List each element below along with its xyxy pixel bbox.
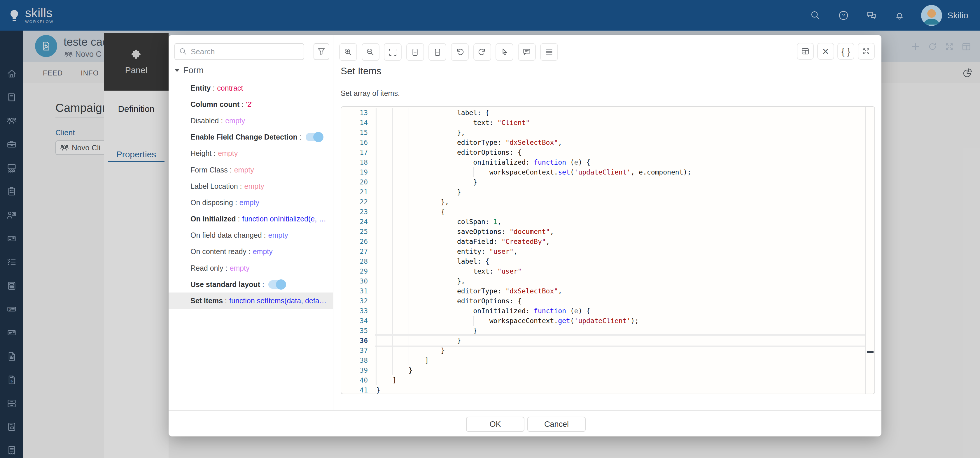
code-line-26[interactable]: 26dataField: "CreatedBy", [341,236,865,246]
property-row-height[interactable]: Height :empty [169,146,333,162]
property-row-column-count[interactable]: Column count :'2' [169,96,333,113]
line-content: } [375,336,865,345]
help-icon[interactable]: ? [838,10,849,21]
property-row-on-disposing[interactable]: On disposing :empty [169,194,333,211]
editor-title: Set Items [340,65,381,77]
editor-scrollbar[interactable] [865,107,874,394]
code-line-17[interactable]: 17editorOptions: { [341,147,865,157]
line-content: dataField: "CreatedBy", [375,236,865,246]
code-view-button[interactable]: { } [837,43,854,60]
brand-logo[interactable]: skills WORKFLOW [8,7,54,24]
code-line-35[interactable]: 35} [341,326,865,336]
grid-icon [801,47,810,55]
code-line-24[interactable]: 24colSpan: 1, [341,217,865,227]
grid-view-button[interactable] [797,43,814,60]
code-line-29[interactable]: 29text: "user" [341,266,865,276]
property-label: On disposing [191,198,233,207]
undo-button[interactable] [451,43,469,61]
user-avatar[interactable] [921,5,942,26]
property-row-on-content-ready[interactable]: On content ready :empty [169,244,333,260]
toggle-switch[interactable] [268,280,285,289]
code-editor[interactable]: 13label: {14text: "Client"15},16editorTy… [340,106,875,394]
property-label: Form Class [191,166,228,174]
code-line-27[interactable]: 27entity: "user", [341,246,865,257]
code-line-30[interactable]: 30}, [341,276,865,286]
line-number: 18 [341,157,375,167]
code-line-40[interactable]: 40] [341,375,865,385]
search-input[interactable] [190,47,299,57]
code-line-32[interactable]: 32editorOptions: { [341,296,865,306]
line-number: 32 [341,296,375,306]
code-line-25[interactable]: 25saveOptions: "document", [341,227,865,236]
code-line-41[interactable]: 41} [341,385,865,394]
property-row-use-standard-layout[interactable]: Use standard layout : [169,276,333,293]
line-number: 27 [341,246,375,257]
line-content: text: "user" [375,266,865,276]
code-line-28[interactable]: 28label: { [341,257,865,266]
code-line-19[interactable]: 19workspaceContext.set('updateClient', e… [341,167,865,177]
redo-button[interactable] [473,43,491,61]
user-name[interactable]: Skilio [947,11,968,21]
property-value: function onInitialized(e, … [242,215,326,223]
toggle-knob [313,132,323,142]
close-button[interactable]: × [817,43,834,60]
property-label: Height [191,149,212,158]
line-number: 16 [341,138,375,147]
property-row-entity[interactable]: Entity :contract [169,80,333,96]
line-content: } [375,187,865,197]
nodeplus-button[interactable] [406,43,424,61]
property-row-set-items[interactable]: Set Items :function setItems(data, defa… [169,293,333,309]
nodeminus-button[interactable] [428,43,446,61]
property-value: empty [268,231,288,239]
code-line-38[interactable]: 38] [341,355,865,365]
code-line-23[interactable]: 23{ [341,207,865,217]
line-content: colSpan: 1, [375,217,865,227]
pointer-button[interactable] [496,43,513,61]
code-line-21[interactable]: 21} [341,187,865,197]
fit-button[interactable] [384,43,402,61]
code-line-15[interactable]: 15}, [341,128,865,138]
chat-icon[interactable] [866,10,877,21]
property-row-enable-field-change-detection[interactable]: Enable Field Change Detection : [169,129,333,146]
code-line-34[interactable]: 34workspaceContext.get('updateClient'); [341,316,865,326]
filter-button[interactable] [313,43,329,60]
code-line-14[interactable]: 14text: "Client" [341,118,865,128]
search-icon[interactable] [810,10,821,21]
form-section-header[interactable]: Form [174,65,204,75]
code-line-36[interactable]: 36} [341,336,865,345]
fullscreen-button[interactable] [858,43,875,60]
code-line-31[interactable]: 31editorType: "dxSelectBox", [341,286,865,296]
line-number: 34 [341,316,375,326]
property-row-label-location[interactable]: Label Location :empty [169,178,333,194]
code-lines: 13label: {14text: "Client"15},16editorTy… [341,108,865,394]
code-line-16[interactable]: 16editorType: "dxSelectBox", [341,138,865,147]
menu4-button[interactable] [540,43,558,61]
property-row-read-only[interactable]: Read only :empty [169,260,333,276]
code-line-39[interactable]: 39} [341,365,865,375]
ok-button[interactable]: OK [466,417,524,432]
property-row-on-field-data-changed[interactable]: On field data changed :empty [169,227,333,244]
line-content: }, [375,276,865,286]
property-label: On field data changed [191,231,262,239]
zout-button[interactable] [362,43,379,61]
toggle-switch[interactable] [305,133,322,141]
zin-button[interactable] [339,43,357,61]
line-number: 29 [341,266,375,276]
comment-button[interactable] [518,43,536,61]
editor-description: Set array of items. [340,89,400,98]
property-row-disabled[interactable]: Disabled :empty [169,113,333,129]
property-row-form-class[interactable]: Form Class :empty [169,162,333,178]
zin-icon [344,48,353,57]
code-line-18[interactable]: 18onInitialized: function (e) { [341,157,865,167]
notifications-icon[interactable] [894,10,905,21]
code-line-33[interactable]: 33onInitialized: function (e) { [341,306,865,316]
cursor-position-marker [867,351,873,353]
code-line-37[interactable]: 37} [341,345,865,355]
code-line-22[interactable]: 22}, [341,197,865,207]
code-line-20[interactable]: 20} [341,177,865,187]
code-line-13[interactable]: 13label: { [341,108,865,118]
svg-text:?: ? [842,13,845,18]
line-number: 23 [341,207,375,217]
cancel-button[interactable]: Cancel [527,417,585,432]
property-row-on-initialized[interactable]: On initialized :function onInitialized(e… [169,211,333,227]
